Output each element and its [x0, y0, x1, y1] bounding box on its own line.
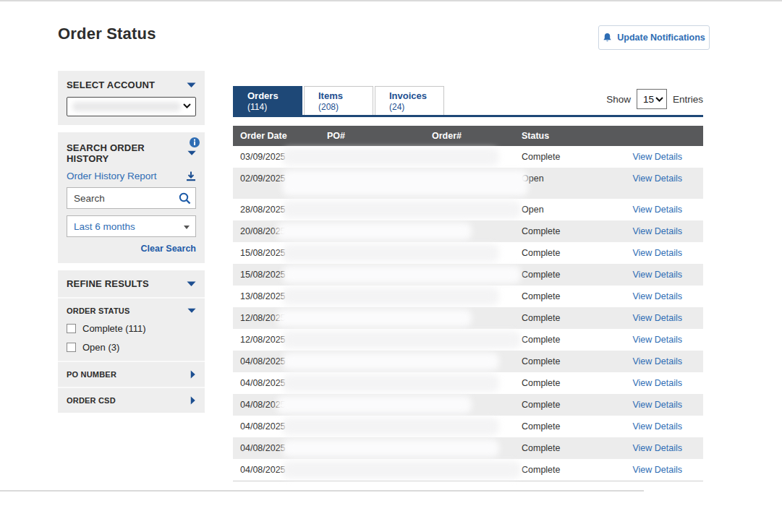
filter-open[interactable]: Open (3)	[67, 342, 196, 353]
cell-status: Complete	[522, 226, 616, 236]
view-details-link[interactable]: View Details	[632, 226, 682, 236]
pagination-page-8[interactable]: 8	[0, 490, 644, 532]
cell-status: Complete	[522, 248, 616, 258]
search-icon[interactable]	[179, 192, 191, 205]
order-csd-section: ORDER CSD	[58, 387, 205, 413]
account-select[interactable]	[67, 97, 196, 116]
search-input[interactable]	[67, 187, 196, 209]
cell-order-date: 15/08/2025	[233, 270, 327, 280]
update-notifications-button[interactable]: Update Notifications	[598, 25, 710, 50]
view-details-link[interactable]: View Details	[632, 291, 682, 301]
pagination-pages: 123...8	[0, 490, 644, 532]
table-row: 12/08/2025 Complete View Details	[233, 307, 703, 329]
entries-label: Entries	[673, 94, 703, 105]
show-label: Show	[606, 94, 631, 105]
table-header: Order Date PO# Order# Status	[233, 126, 703, 146]
order-history-report-row: Order History Report	[67, 171, 196, 181]
view-details-link[interactable]: View Details	[632, 335, 682, 345]
filter-open-label: Open (3)	[82, 342, 119, 353]
po-number-title: PO NUMBER	[67, 370, 116, 379]
cell-status: Open	[522, 205, 616, 215]
table-row: 02/09/2025 Open View Details	[233, 168, 703, 199]
sidebar: SELECT ACCOUNT SEARCH ORDER HISTORY Orde…	[58, 71, 205, 413]
tab-items-count: (208)	[318, 102, 373, 113]
search-order-history-header[interactable]: SEARCH ORDER HISTORY	[67, 142, 196, 164]
tab-invoices-label: Invoices	[389, 90, 443, 102]
main-content: Orders (114) Items (208) Invoices (24) S…	[233, 86, 703, 532]
cell-status: Open	[522, 168, 616, 184]
table-row: 28/08/2025 Open View Details	[233, 199, 703, 220]
view-details-link[interactable]: View Details	[632, 173, 682, 184]
search-order-history-section: SEARCH ORDER HISTORY Order History Repor…	[58, 132, 205, 263]
cell-status: Complete	[522, 313, 616, 323]
table-row: 15/08/2025 Complete View Details	[233, 242, 703, 264]
tab-items[interactable]: Items (208)	[304, 86, 373, 115]
clear-search-link[interactable]: Clear Search	[141, 244, 196, 254]
chevron-down-icon	[184, 226, 190, 229]
col-order-number: Order#	[432, 131, 522, 141]
view-details-link[interactable]: View Details	[632, 465, 682, 475]
search-field-wrap	[67, 187, 196, 209]
cell-po-number	[327, 168, 432, 173]
download-icon[interactable]	[186, 171, 196, 181]
order-status-filter-header[interactable]: ORDER STATUS	[67, 306, 196, 315]
view-details-link[interactable]: View Details	[632, 205, 682, 215]
refine-results-header-section: REFINE RESULTS	[58, 270, 205, 297]
cell-status: Complete	[522, 443, 616, 453]
refine-results-section: REFINE RESULTS ORDER STATUS Complete (11…	[58, 270, 205, 413]
cell-order-date: 04/08/2025	[233, 400, 327, 410]
refine-results-header[interactable]: REFINE RESULTS	[67, 278, 196, 289]
chevron-down-icon	[187, 150, 196, 156]
table-row: 20/08/2025 Complete View Details	[233, 220, 703, 242]
entries-per-page-select[interactable]: 15	[637, 89, 667, 109]
cell-order-date: 12/08/2025	[233, 313, 327, 323]
cell-order-date: 20/08/2025	[233, 226, 327, 236]
tabs-underline	[233, 115, 703, 117]
view-details-link[interactable]: View Details	[632, 400, 682, 410]
tabs-row: Orders (114) Items (208) Invoices (24) S…	[233, 86, 703, 115]
show-entries: Show 15 Entries	[606, 89, 703, 109]
view-details-link[interactable]: View Details	[632, 356, 682, 366]
view-details-link[interactable]: View Details	[632, 378, 682, 388]
tab-invoices[interactable]: Invoices (24)	[375, 86, 444, 115]
select-account-section: SELECT ACCOUNT	[58, 71, 205, 125]
cell-order-date: 04/08/2025	[233, 421, 327, 432]
date-range-value: Last 6 months	[74, 221, 135, 232]
order-status-filter-title: ORDER STATUS	[67, 306, 130, 315]
view-details-link[interactable]: View Details	[632, 270, 682, 280]
table-row: 15/08/2025 Complete View Details	[233, 264, 703, 286]
cell-order-date: 04/08/2025	[233, 356, 327, 366]
chevron-down-icon	[655, 97, 663, 102]
table-row: 04/08/2025 Complete View Details	[233, 351, 703, 372]
tab-orders-label: Orders	[247, 90, 302, 102]
table-row: 04/08/2025 Complete View Details	[233, 416, 703, 437]
po-number-header[interactable]: PO NUMBER	[67, 370, 196, 379]
entries-per-page-value: 15	[643, 94, 654, 105]
view-details-link[interactable]: View Details	[632, 313, 682, 323]
order-history-report-link[interactable]: Order History Report	[67, 171, 157, 181]
checkbox-complete[interactable]	[67, 324, 76, 333]
page-title: Order Status	[58, 25, 156, 43]
chevron-down-icon	[187, 308, 196, 314]
checkbox-open[interactable]	[67, 343, 76, 352]
cell-status: Complete	[522, 270, 616, 280]
order-csd-header[interactable]: ORDER CSD	[67, 396, 196, 405]
filter-complete[interactable]: Complete (111)	[67, 323, 196, 334]
cell-order-date: 13/08/2025	[233, 291, 327, 301]
tab-orders[interactable]: Orders (114)	[233, 86, 302, 115]
table-row: 13/08/2025 Complete View Details	[233, 286, 703, 307]
select-account-header[interactable]: SELECT ACCOUNT	[67, 80, 196, 90]
view-details-link[interactable]: View Details	[632, 443, 682, 453]
col-order-date: Order Date	[233, 131, 327, 141]
tab-orders-count: (114)	[247, 102, 302, 113]
date-range-select[interactable]: Last 6 months	[67, 215, 196, 237]
info-icon[interactable]	[190, 137, 200, 147]
table-row: 04/08/2025 Complete View Details	[233, 394, 703, 416]
chevron-down-icon	[187, 82, 196, 88]
view-details-link[interactable]: View Details	[632, 152, 682, 162]
view-details-link[interactable]: View Details	[632, 421, 682, 432]
view-details-link[interactable]: View Details	[632, 248, 682, 258]
cell-status: Complete	[522, 400, 616, 410]
filter-complete-label: Complete (111)	[82, 323, 146, 334]
table-body: 03/09/2025 Complete View Details 02/09/2…	[233, 146, 703, 481]
